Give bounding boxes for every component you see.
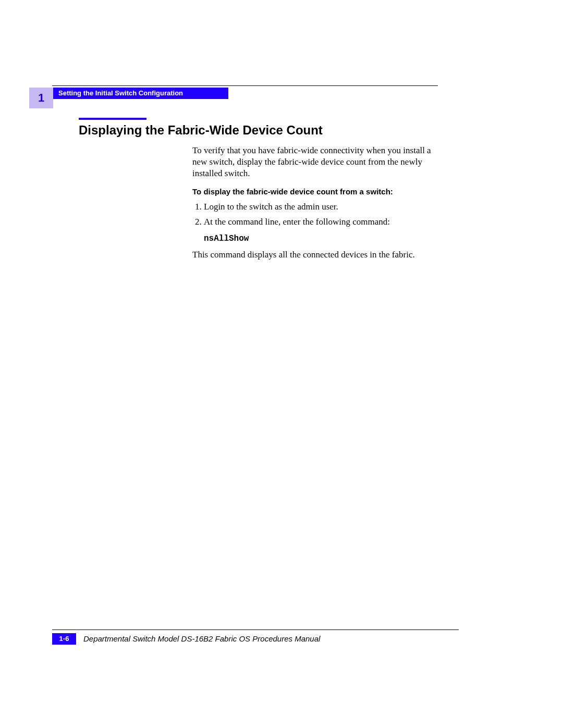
step-list: Login to the switch as the admin user. A… [192,201,440,228]
section-title: Displaying the Fabric-Wide Device Count [79,123,323,138]
body-content: To verify that you have fabric-wide conn… [192,145,440,261]
top-rule [52,85,438,86]
command-text: nsAllShow [204,233,440,244]
chapter-number-tab: 1 [29,88,53,108]
step-item: Login to the switch as the admin user. [204,201,440,213]
page-number: 1-6 [52,633,76,645]
footer-manual-title: Departmental Switch Model DS-16B2 Fabric… [83,634,320,643]
page: 1 Setting the Initial Switch Configurati… [0,0,563,728]
running-header: Setting the Initial Switch Configuration [53,88,228,99]
result-paragraph: This command displays all the connected … [192,249,440,261]
intro-paragraph: To verify that you have fabric-wide conn… [192,145,440,179]
page-footer: 1-6 Departmental Switch Model DS-16B2 Fa… [52,630,459,646]
procedure-heading: To display the fabric-wide device count … [192,187,440,197]
step-item: At the command line, enter the following… [204,216,440,228]
